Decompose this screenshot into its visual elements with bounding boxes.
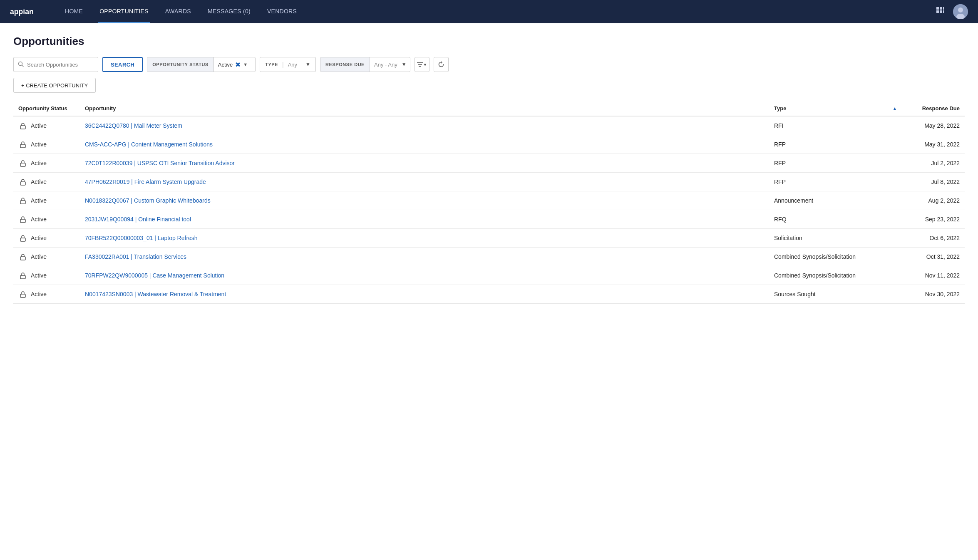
lock-icon	[18, 122, 27, 129]
opportunity-link[interactable]: CMS-ACC-APG | Content Management Solutio…	[85, 141, 213, 148]
status-label: Active	[31, 291, 47, 297]
status-cell: Active	[18, 122, 75, 129]
status-filter-label: OPPORTUNITY STATUS	[147, 57, 214, 72]
status-clear-icon[interactable]: ✖	[235, 61, 241, 69]
sort-cell	[886, 135, 902, 154]
nav-messages[interactable]: MESSAGES (0)	[206, 0, 252, 23]
lock-icon	[18, 160, 27, 166]
nav-vendors[interactable]: VENDORS	[266, 0, 298, 23]
status-label: Active	[31, 122, 47, 129]
svg-rect-27	[20, 275, 25, 279]
response-due-cell: Sep 23, 2022	[902, 210, 965, 229]
status-cell: Active	[18, 178, 75, 185]
response-filter-label: RESPONSE DUE	[320, 57, 370, 72]
status-label: Active	[31, 141, 47, 148]
type-cell: Combined Synopsis/Solicitation	[769, 266, 886, 285]
type-cell: RFP	[769, 173, 886, 191]
nav-opportunities[interactable]: OPPORTUNITIES	[98, 0, 150, 23]
type-cell: RFP	[769, 135, 886, 154]
response-due-cell: Nov 11, 2022	[902, 266, 965, 285]
status-cell: Active	[18, 272, 75, 279]
svg-rect-28	[20, 294, 25, 297]
search-button[interactable]: SEARCH	[102, 57, 143, 72]
status-cell: Active	[18, 197, 75, 204]
sort-cell	[886, 191, 902, 210]
response-due-filter[interactable]: RESPONSE DUE Any - Any ▼	[320, 57, 410, 72]
table-row: Active FA330022RA001 | Translation Servi…	[13, 248, 965, 266]
svg-rect-9	[937, 11, 939, 13]
user-avatar[interactable]	[953, 4, 968, 19]
type-cell: RFI	[769, 116, 886, 135]
svg-rect-22	[20, 182, 25, 185]
col-header-status: Opportunity Status	[13, 101, 80, 116]
table-row: Active 70FBR522Q00000003_01 | Laptop Ref…	[13, 229, 965, 248]
refresh-button[interactable]	[434, 57, 449, 72]
col-header-sort[interactable]: ▲	[886, 101, 902, 116]
table-row: Active CMS-ACC-APG | Content Management …	[13, 135, 965, 154]
sort-up-icon: ▲	[892, 106, 897, 112]
page-title: Opportunities	[13, 35, 965, 48]
table-row: Active N0017423SN0003 | Wastewater Remov…	[13, 285, 965, 304]
status-label: Active	[31, 160, 47, 166]
lock-icon	[18, 216, 27, 223]
svg-rect-6	[943, 10, 944, 13]
sort-cell	[886, 154, 902, 173]
opportunity-link[interactable]: 72C0T122R00039 | USPSC OTI Senior Transi…	[85, 160, 235, 166]
opportunity-link[interactable]: N0017423SN0003 | Wastewater Removal & Tr…	[85, 291, 226, 297]
svg-rect-10	[940, 11, 942, 13]
response-due-cell: Oct 6, 2022	[902, 229, 965, 248]
col-header-opportunity: Opportunity	[80, 101, 769, 116]
grid-icon[interactable]	[936, 6, 945, 17]
response-chevron-icon[interactable]: ▼	[402, 62, 410, 67]
type-cell: Combined Synopsis/Solicitation	[769, 248, 886, 266]
sort-cell	[886, 173, 902, 191]
response-due-cell: Jul 8, 2022	[902, 173, 965, 191]
table-row: Active 2031JW19Q00094 | Online Financial…	[13, 210, 965, 229]
logo[interactable]: appian	[10, 6, 43, 17]
svg-rect-20	[20, 144, 25, 148]
status-cell: Active	[18, 160, 75, 166]
opportunity-link[interactable]: FA330022RA001 | Translation Services	[85, 253, 186, 260]
response-due-cell: Aug 2, 2022	[902, 191, 965, 210]
nav-awards[interactable]: AWARDS	[164, 0, 193, 23]
response-filter-value: Any - Any	[370, 62, 402, 68]
opportunity-link[interactable]: N0018322Q0067 | Custom Graphic Whiteboar…	[85, 197, 211, 204]
advanced-filter-button[interactable]: ▼	[415, 57, 429, 72]
status-chevron-icon[interactable]: ▼	[243, 62, 251, 67]
col-header-response-due: Response Due	[902, 101, 965, 116]
sort-cell	[886, 210, 902, 229]
type-cell: RFP	[769, 154, 886, 173]
create-opportunity-button[interactable]: + CREATE OPPORTUNITY	[13, 78, 96, 93]
sort-cell	[886, 266, 902, 285]
svg-rect-19	[20, 126, 25, 129]
response-due-cell: May 31, 2022	[902, 135, 965, 154]
table-row: Active 36C24422Q0780 | Mail Meter System…	[13, 116, 965, 135]
lock-icon	[18, 197, 27, 204]
sort-cell	[886, 285, 902, 304]
table-header-row: Opportunity Status Opportunity Type ▲ Re…	[13, 101, 965, 116]
table-row: Active 70RFPW22QW9000005 | Case Manageme…	[13, 266, 965, 285]
opportunity-status-filter[interactable]: OPPORTUNITY STATUS Active ✖ ▼	[147, 57, 256, 72]
response-due-cell: Oct 31, 2022	[902, 248, 965, 266]
svg-rect-21	[20, 163, 25, 166]
nav-bar: appian HOME OPPORTUNITIES AWARDS MESSAGE…	[0, 0, 978, 23]
svg-point-12	[958, 7, 963, 12]
lock-icon	[18, 253, 27, 260]
opportunity-link[interactable]: 47PH0622R0019 | Fire Alarm System Upgrad…	[85, 178, 206, 185]
response-due-cell: Nov 30, 2022	[902, 285, 965, 304]
filter-caret-icon: ▼	[423, 62, 427, 67]
type-chevron-icon[interactable]: ▼	[305, 62, 310, 67]
opportunity-link[interactable]: 70RFPW22QW9000005 | Case Management Solu…	[85, 272, 224, 279]
nav-home[interactable]: HOME	[63, 0, 84, 23]
opportunities-table: Opportunity Status Opportunity Type ▲ Re…	[13, 101, 965, 304]
type-filter[interactable]: TYPE | Any ▼	[260, 57, 316, 72]
search-input[interactable]	[27, 62, 94, 68]
type-cell: Solicitation	[769, 229, 886, 248]
table-row: Active 72C0T122R00039 | USPSC OTI Senior…	[13, 154, 965, 173]
opportunity-link[interactable]: 70FBR522Q00000003_01 | Laptop Refresh	[85, 235, 198, 241]
status-filter-value: Active ✖ ▼	[214, 61, 255, 69]
opportunity-link[interactable]: 36C24422Q0780 | Mail Meter System	[85, 122, 182, 129]
status-label: Active	[31, 178, 47, 185]
opportunity-link[interactable]: 2031JW19Q00094 | Online Financial tool	[85, 216, 191, 223]
type-filter-label: TYPE	[265, 62, 278, 67]
